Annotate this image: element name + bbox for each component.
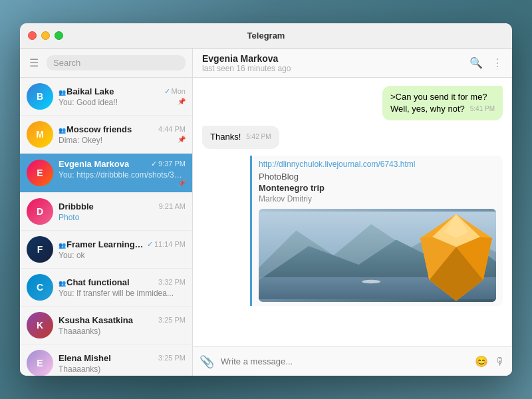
chat-info: 👥Chat functional3:32 PMYou: If transfer … [59,277,186,298]
link-preview: http://dlinnychulok.livejournal.com/6743… [250,156,503,306]
chat-info: Ksusha Kasatkina3:25 PMThaaaanks) [59,315,186,336]
chat-area: Evgenia Markova last seen 16 minutes ago… [193,49,512,376]
group-icon: 👥 [59,127,66,134]
main-content: ☰ Search B👥Baikal Lake✓MonYou: Good idea… [20,49,512,376]
link-url[interactable]: http://dlinnychulok.livejournal.com/6743… [259,160,496,169]
mic-icon[interactable]: 🎙 [495,356,505,368]
minimize-button[interactable] [41,31,50,40]
more-icon[interactable]: ⋮ [492,57,503,69]
chat-preview: You: If transfer will be immidea... [59,289,186,298]
emoji-icon[interactable]: 😊 [475,355,488,368]
svg-point-4 [362,279,380,283]
messages-area: >Can you send it for me?Well, yes, why n… [193,78,512,346]
message-bubble: >Can you send it for me?Well, yes, why n… [382,86,503,120]
chat-header-name: Evgenia Markova [202,53,463,64]
app-window: Telegram ☰ Search B👥Baikal Lake✓MonYou: … [20,23,512,376]
check-icon: ✓ [151,160,157,168]
chat-header-info: Evgenia Markova last seen 16 minutes ago [202,53,463,73]
chat-preview: You: Good idea!! 📌 [59,98,186,107]
pin-icon: 📌 [178,180,186,187]
chat-name: Dribbble [59,201,94,211]
chat-name: 👥Chat functional [59,277,130,287]
message-input[interactable] [221,356,468,366]
chat-time: ✓11:14 PM [147,240,186,249]
chat-name: 👥Baikal Lake [59,86,114,96]
group-icon: 👥 [59,89,66,96]
avatar: K [27,312,53,338]
chat-preview: Thaaaanks) [59,364,186,374]
pin-icon: 📌 [178,136,186,143]
link-image [259,209,496,302]
chat-list-item-evgenia-markova[interactable]: EEvgenia Markova✓9:37 PMYou: https://dri… [20,154,192,193]
group-icon: 👥 [59,242,66,249]
chat-list-item-elena-mishel[interactable]: EElena Mishel3:25 PMThaaaanks) [20,344,192,376]
close-button[interactable] [28,31,37,40]
chat-time: 4:44 PM [158,125,186,133]
message-time: 5:41 PM [470,104,495,114]
menu-icon[interactable]: ☰ [27,54,41,72]
sidebar: ☰ Search B👥Baikal Lake✓MonYou: Good idea… [20,49,193,376]
chat-list-item-framer-learning[interactable]: F👥Framer Learning Chan...✓11:14 PMYou: o… [20,231,192,269]
message-time: 5:42 PM [246,132,271,142]
chat-list-item-dribbble[interactable]: DDribbble9:21 AMPhoto [20,193,192,231]
maximize-button[interactable] [55,31,63,40]
chat-name: Evgenia Markova [59,159,129,169]
chat-time: 3:25 PM [158,354,186,362]
chat-info: 👥Framer Learning Chan...✓11:14 PMYou: ok [59,239,186,260]
chat-header-status: last seen 16 minutes ago [202,64,463,73]
chat-time: 3:25 PM [158,316,186,324]
traffic-lights [28,31,63,40]
chat-header: Evgenia Markova last seen 16 minutes ago… [193,49,512,78]
avatar: B [27,83,53,110]
chat-time: 3:32 PM [158,278,186,286]
message-bubble: Thanks! 5:42 PM [202,126,279,148]
chat-preview: Photo [59,213,186,222]
avatar: F [27,236,53,263]
chat-name: Ksusha Kasatkina [59,315,133,325]
link-label: PhotoBlog [259,172,496,182]
chat-info: Dribbble9:21 AMPhoto [59,201,186,222]
chat-preview: You: https://dribbble.com/shots/327... 📌 [59,170,186,187]
chat-preview: You: ok [59,251,186,260]
avatar: M [27,121,53,148]
check-icon: ✓ [164,87,170,95]
chat-preview: Dima: Okey! 📌 [59,136,186,145]
header-icons: 🔍 ⋮ [469,57,503,69]
avatar: D [27,198,53,225]
chat-list-item-ksusha-kasatkina[interactable]: KKsusha Kasatkina3:25 PMThaaaanks) [20,307,192,344]
message-text: Thanks! [210,132,241,142]
avatar: C [27,274,53,301]
chat-list-item-chat-functional[interactable]: C👥Chat functional3:32 PMYou: If transfer… [20,269,192,307]
titlebar: Telegram [20,23,512,49]
link-author: Markov Dmitriy [259,194,496,203]
link-subtitle: Montenegro trip [259,183,496,193]
sidebar-header: ☰ Search [20,49,192,78]
chat-list-item-moscow-friends[interactable]: M👥Moscow friends4:44 PMDima: Okey! 📌 [20,116,192,154]
chat-name: Elena Mishel [59,353,111,363]
search-input[interactable]: Search [47,55,186,70]
chat-preview: Thaaaanks) [59,327,186,336]
chat-list-item-baikal-lake[interactable]: B👥Baikal Lake✓MonYou: Good idea!! 📌 [20,78,192,116]
group-icon: 👥 [59,280,66,287]
chat-name: 👥Framer Learning Chan... [59,239,144,249]
chat-time: ✓9:37 PM [151,160,186,168]
avatar: E [27,350,53,376]
chat-input-bar: 📎 😊 🎙 [193,346,512,376]
window-title: Telegram [247,31,285,41]
chat-time: 9:21 AM [159,202,186,210]
chat-info: Elena Mishel3:25 PMThaaaanks) [59,353,186,374]
chat-list: B👥Baikal Lake✓MonYou: Good idea!! 📌M👥Mos… [20,78,192,376]
pin-icon: 📌 [178,98,186,105]
chat-time: ✓Mon [164,87,186,96]
search-icon[interactable]: 🔍 [469,57,483,69]
chat-info: Evgenia Markova✓9:37 PMYou: https://drib… [59,159,186,187]
check-icon: ✓ [147,240,153,248]
attach-icon[interactable]: 📎 [200,354,214,369]
avatar: E [27,160,53,186]
chat-name: 👥Moscow friends [59,124,132,134]
chat-info: 👥Baikal Lake✓MonYou: Good idea!! 📌 [59,86,186,107]
chat-info: 👥Moscow friends4:44 PMDima: Okey! 📌 [59,124,186,145]
